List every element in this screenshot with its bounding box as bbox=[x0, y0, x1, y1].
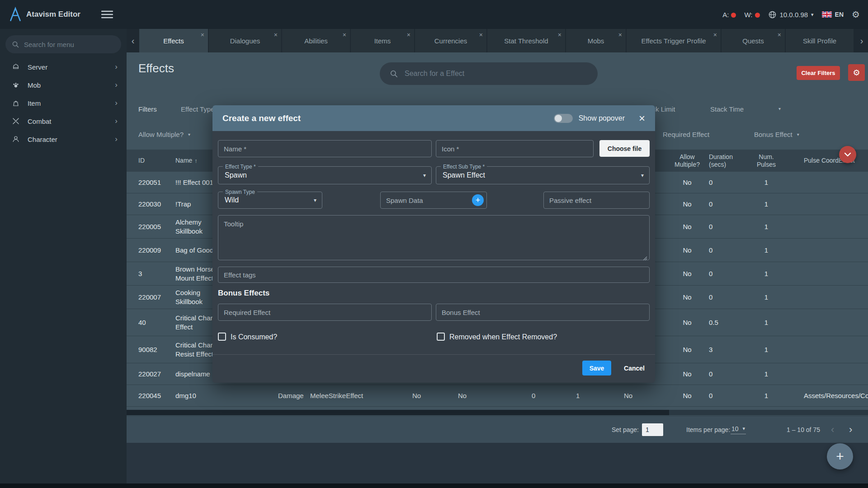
passive-effect-field[interactable] bbox=[543, 192, 650, 209]
chevron-right-icon: › bbox=[115, 99, 118, 108]
settings-gear-icon[interactable]: ⚙ bbox=[852, 9, 860, 20]
sidebar-item-server[interactable]: Server › bbox=[0, 58, 127, 76]
filter-required-effect[interactable]: Required Effect bbox=[663, 131, 709, 138]
plus-icon: + bbox=[836, 449, 844, 464]
tab-currencies[interactable]: Currencies× bbox=[415, 29, 486, 52]
tab-items[interactable]: Items× bbox=[351, 29, 414, 52]
sidebar-item-mob[interactable]: Mob › bbox=[0, 76, 127, 94]
close-icon[interactable]: × bbox=[713, 31, 717, 38]
close-icon[interactable]: × bbox=[639, 113, 645, 124]
dialog-title: Create a new effect bbox=[222, 113, 301, 123]
tab-effects[interactable]: Effects× bbox=[139, 29, 208, 52]
close-icon[interactable]: × bbox=[274, 31, 278, 38]
server-ip: 10.0.0.98 bbox=[780, 11, 808, 19]
tooltip-field[interactable] bbox=[218, 215, 650, 260]
tab-stat-threshold[interactable]: Stat Threshold× bbox=[487, 29, 565, 52]
col-header-duration[interactable]: Duration (secs) bbox=[705, 150, 746, 172]
create-effect-dialog: Create a new effect Show popover × Choos… bbox=[212, 105, 655, 383]
chevron-right-icon: › bbox=[115, 62, 118, 71]
effect-tags-field[interactable] bbox=[218, 267, 650, 283]
screen: Atavism Editor A: W: 10.0.0.98 ▾ EN ⚙ bbox=[0, 0, 868, 488]
choose-file-button[interactable]: Choose file bbox=[599, 140, 650, 157]
effect-sub-type-select[interactable]: Effect Sub Type * Spawn Effect ▾ bbox=[436, 166, 650, 184]
scroll-columns-button[interactable] bbox=[839, 146, 856, 163]
set-page-input[interactable] bbox=[642, 423, 663, 436]
footer-area bbox=[127, 443, 868, 483]
helmet-icon bbox=[12, 63, 20, 71]
tabs-scroll-right-button[interactable]: › bbox=[855, 29, 868, 52]
close-icon[interactable]: × bbox=[343, 31, 346, 38]
horizontal-scrollbar bbox=[127, 410, 868, 415]
language-selector[interactable]: EN bbox=[822, 11, 844, 18]
filter-stack-time-caret[interactable]: ▾ bbox=[778, 106, 781, 111]
tabs-scroll-left-button[interactable]: ‹ bbox=[127, 29, 139, 52]
filter-allow-multiple[interactable]: Allow Multiple?▾ bbox=[138, 131, 190, 138]
close-icon[interactable]: × bbox=[618, 31, 622, 38]
hamburger-icon bbox=[101, 10, 113, 19]
effect-search-input[interactable] bbox=[405, 70, 589, 78]
tab-quests[interactable]: Quests× bbox=[722, 29, 785, 52]
close-icon[interactable]: × bbox=[558, 31, 561, 38]
tab-skill-profile[interactable]: Skill Profile bbox=[786, 29, 854, 52]
effect-search bbox=[380, 62, 598, 85]
dialog-header: Create a new effect Show popover × bbox=[212, 105, 655, 131]
show-popover-toggle[interactable] bbox=[554, 114, 573, 123]
bonus-effect-field[interactable] bbox=[436, 304, 650, 321]
clear-filters-button[interactable]: Clear Filters bbox=[797, 66, 840, 80]
effect-type-select[interactable]: Effect Type * Spawn ▾ bbox=[218, 166, 432, 184]
sidebar: Server › Mob › Item › Combat › Character bbox=[0, 29, 127, 488]
add-effect-fab[interactable]: + bbox=[827, 443, 853, 469]
filter-stack-time[interactable]: Stack Time bbox=[710, 105, 744, 113]
resize-handle-icon[interactable] bbox=[642, 256, 648, 261]
col-header-num-pulses[interactable]: Num. Pulses bbox=[746, 150, 787, 172]
icon-field[interactable] bbox=[436, 140, 594, 157]
close-icon[interactable]: × bbox=[479, 31, 483, 38]
person-icon bbox=[12, 135, 20, 143]
server-address-selector[interactable]: 10.0.0.98 ▾ bbox=[768, 10, 814, 19]
tab-effects-trigger-profile[interactable]: Effects Trigger Profile× bbox=[627, 29, 721, 52]
table-row[interactable]: 220045 dmg10 Damage MeleeStrikeEffect No… bbox=[127, 385, 868, 407]
sidebar-item-combat[interactable]: Combat › bbox=[0, 112, 127, 130]
is-consumed-checkbox[interactable] bbox=[218, 333, 226, 341]
close-icon[interactable]: × bbox=[201, 31, 204, 38]
chevron-down-icon bbox=[844, 152, 851, 157]
previous-page-button[interactable]: ‹ bbox=[831, 424, 834, 436]
spawn-type-select[interactable]: Spawn Type Wild ▾ bbox=[218, 192, 322, 209]
sidebar-item-item[interactable]: Item › bbox=[0, 94, 127, 112]
col-header-allow-multiple[interactable]: Allow Multiple? bbox=[669, 150, 705, 172]
tab-dialogues[interactable]: Dialogues× bbox=[209, 29, 281, 52]
tab-abilities[interactable]: Abilities× bbox=[282, 29, 350, 52]
sidebar-item-label: Item bbox=[28, 99, 41, 107]
plus-icon: + bbox=[476, 196, 481, 205]
crossed-swords-icon bbox=[12, 117, 20, 125]
filter-bonus-effect[interactable]: Bonus Effect▾ bbox=[754, 131, 799, 138]
caret-down-icon: ▾ bbox=[641, 172, 644, 178]
horizontal-scrollbar-thumb[interactable] bbox=[127, 410, 669, 415]
page-title: Effects bbox=[138, 61, 174, 75]
search-icon bbox=[390, 70, 398, 78]
menu-toggle-button[interactable] bbox=[101, 10, 113, 21]
close-icon[interactable]: × bbox=[778, 31, 781, 38]
chevron-down-icon: ▾ bbox=[811, 12, 814, 18]
sidebar-item-label: Mob bbox=[28, 81, 41, 89]
app-title: Atavism Editor bbox=[26, 10, 80, 19]
next-page-button[interactable]: › bbox=[849, 424, 852, 436]
atavism-logo-icon bbox=[7, 6, 24, 23]
name-field[interactable] bbox=[218, 140, 432, 157]
col-header-id[interactable]: ID bbox=[138, 150, 175, 172]
items-per-page-select[interactable]: 10▾ bbox=[731, 425, 746, 434]
required-effect-field[interactable] bbox=[218, 304, 432, 321]
caret-down-icon: ▾ bbox=[778, 106, 781, 111]
sidebar-search-input[interactable] bbox=[24, 41, 121, 48]
removed-when-effect-removed-checkbox[interactable] bbox=[437, 333, 445, 341]
set-page-label: Set page: bbox=[612, 426, 639, 433]
sidebar-item-label: Character bbox=[28, 136, 57, 143]
add-spawn-data-button[interactable]: + bbox=[472, 194, 484, 206]
close-icon[interactable]: × bbox=[407, 31, 410, 38]
sidebar-item-character[interactable]: Character › bbox=[0, 130, 127, 148]
spawn-data-field[interactable]: Spawn Data + bbox=[380, 192, 487, 209]
filter-settings-button[interactable]: ⚙ bbox=[848, 64, 865, 81]
cancel-button[interactable]: Cancel bbox=[618, 361, 650, 375]
tab-mobs[interactable]: Mobs× bbox=[566, 29, 626, 52]
save-button[interactable]: Save bbox=[582, 361, 611, 375]
